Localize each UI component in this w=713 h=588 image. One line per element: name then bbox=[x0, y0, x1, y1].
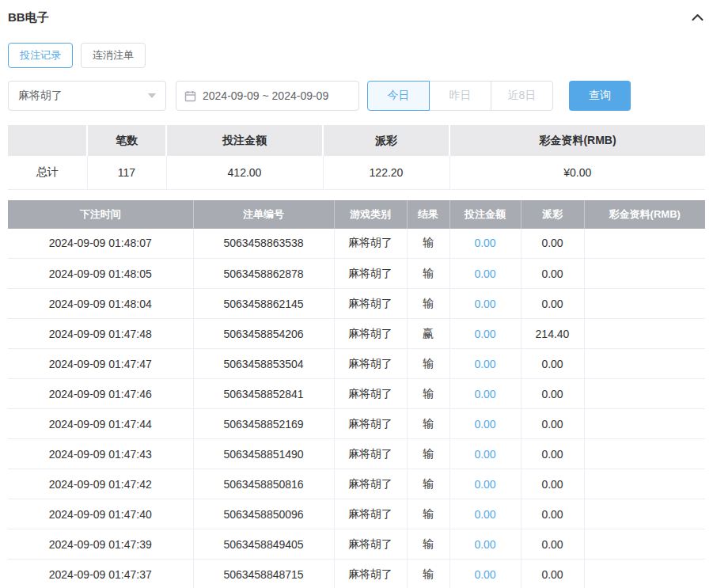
bet-amount-link[interactable]: 0.00 bbox=[474, 328, 495, 340]
cell-result: 输 bbox=[407, 439, 449, 469]
bet-amount-link[interactable]: 0.00 bbox=[474, 237, 495, 249]
cell-bonus bbox=[584, 560, 705, 588]
summary-total-label: 总计 bbox=[8, 156, 87, 189]
cell-bonus bbox=[584, 259, 705, 289]
bet-amount-link[interactable]: 0.00 bbox=[474, 508, 495, 521]
cell-bet-amount: 0.00 bbox=[449, 469, 521, 499]
cell-bonus bbox=[584, 319, 705, 349]
summary-header-count: 笔数 bbox=[87, 125, 166, 156]
cell-game-type: 麻将胡了 bbox=[334, 439, 407, 469]
table-row: 2024-09-09 01:47:40 5063458850096 麻将胡了 输… bbox=[8, 499, 705, 529]
tab-bet-records[interactable]: 投注记录 bbox=[8, 43, 73, 68]
chevron-down-icon bbox=[148, 93, 156, 98]
game-type-select[interactable]: 麻将胡了 bbox=[8, 81, 166, 111]
cell-payout: 0.00 bbox=[521, 259, 584, 289]
cell-bet-time: 2024-09-09 01:47:47 bbox=[8, 349, 193, 379]
cell-payout: 0.00 bbox=[521, 560, 584, 588]
cell-result: 输 bbox=[407, 560, 449, 588]
cell-payout: 0.00 bbox=[521, 349, 584, 379]
cell-bet-amount: 0.00 bbox=[449, 259, 521, 289]
cell-bet-amount: 0.00 bbox=[449, 439, 521, 469]
cell-order-number: 5063458863538 bbox=[193, 229, 334, 259]
cell-order-number: 5063458854206 bbox=[193, 319, 334, 349]
cell-bonus bbox=[584, 529, 705, 560]
header-bet-amount: 投注金额 bbox=[449, 200, 521, 229]
cell-game-type: 麻将胡了 bbox=[334, 529, 407, 560]
cell-result: 输 bbox=[407, 229, 449, 259]
search-button[interactable]: 查询 bbox=[569, 81, 631, 111]
cell-bet-time: 2024-09-09 01:47:40 bbox=[8, 499, 193, 529]
cell-result: 输 bbox=[407, 529, 449, 560]
bet-amount-link[interactable]: 0.00 bbox=[474, 568, 495, 581]
filter-bar: 麻将胡了 2024-09-09 ~ 2024-09-09 今日 昨日 近8日 查… bbox=[8, 81, 705, 111]
cell-bet-amount: 0.00 bbox=[449, 379, 521, 409]
cell-payout: 0.00 bbox=[521, 499, 584, 529]
record-tabs: 投注记录 连消注单 bbox=[8, 43, 705, 68]
cell-bet-time: 2024-09-09 01:47:39 bbox=[8, 529, 193, 560]
table-row: 2024-09-09 01:47:39 5063458849405 麻将胡了 输… bbox=[8, 529, 705, 560]
bet-amount-link[interactable]: 0.00 bbox=[474, 448, 495, 461]
cell-payout: 0.00 bbox=[521, 529, 584, 560]
cell-bet-amount: 0.00 bbox=[449, 229, 521, 259]
summary-header-payout: 派彩 bbox=[323, 125, 449, 156]
summary-total-bonus: ¥0.00 bbox=[449, 156, 705, 189]
bet-amount-link[interactable]: 0.00 bbox=[474, 267, 495, 280]
summary-header-bonus: 彩金资料(RMB) bbox=[449, 125, 705, 156]
table-row: 2024-09-09 01:47:37 5063458848715 麻将胡了 输… bbox=[8, 560, 705, 588]
cell-bet-time: 2024-09-09 01:48:07 bbox=[8, 229, 193, 259]
cell-bet-time: 2024-09-09 01:47:48 bbox=[8, 319, 193, 349]
cell-result: 输 bbox=[407, 379, 449, 409]
bet-amount-link[interactable]: 0.00 bbox=[474, 298, 495, 310]
cell-bonus bbox=[584, 439, 705, 469]
bet-records-panel: BB电子 投注记录 连消注单 麻将胡了 2024-09-09 ~ 2024-09… bbox=[0, 0, 713, 588]
summary-total-payout: 122.20 bbox=[323, 156, 449, 189]
summary-total-row: 总计 117 412.00 122.20 ¥0.00 bbox=[8, 156, 705, 189]
bet-amount-link[interactable]: 0.00 bbox=[474, 478, 495, 491]
table-row: 2024-09-09 01:47:43 5063458851490 麻将胡了 输… bbox=[8, 439, 705, 469]
cell-bet-time: 2024-09-09 01:47:37 bbox=[8, 560, 193, 588]
table-row: 2024-09-09 01:48:04 5063458862145 麻将胡了 输… bbox=[8, 289, 705, 319]
cell-bonus bbox=[584, 229, 705, 259]
cell-game-type: 麻将胡了 bbox=[334, 499, 407, 529]
collapse-button[interactable] bbox=[690, 10, 705, 25]
cell-game-type: 麻将胡了 bbox=[334, 379, 407, 409]
summary-header-blank bbox=[8, 125, 87, 156]
tab-chain-cancel-orders[interactable]: 连消注单 bbox=[81, 43, 146, 68]
cell-order-number: 5063458849405 bbox=[193, 529, 334, 560]
last-8-days-button[interactable]: 近8日 bbox=[491, 81, 553, 111]
bet-amount-link[interactable]: 0.00 bbox=[474, 358, 495, 370]
cell-bonus bbox=[584, 289, 705, 319]
table-row: 2024-09-09 01:47:42 5063458850816 麻将胡了 输… bbox=[8, 469, 705, 499]
header-game-type: 游戏类别 bbox=[334, 200, 407, 229]
cell-bet-amount: 0.00 bbox=[449, 319, 521, 349]
cell-game-type: 麻将胡了 bbox=[334, 560, 407, 588]
table-row: 2024-09-09 01:47:47 5063458853504 麻将胡了 输… bbox=[8, 349, 705, 379]
yesterday-button[interactable]: 昨日 bbox=[429, 81, 491, 111]
cell-bet-amount: 0.00 bbox=[449, 289, 521, 319]
records-header-row: 下注时间 注单编号 游戏类别 结果 投注金额 派彩 彩金资料(RMB) bbox=[8, 200, 705, 229]
cell-game-type: 麻将胡了 bbox=[334, 229, 407, 259]
cell-order-number: 5063458852169 bbox=[193, 409, 334, 439]
cell-game-type: 麻将胡了 bbox=[334, 259, 407, 289]
date-range-input[interactable]: 2024-09-09 ~ 2024-09-09 bbox=[176, 81, 359, 111]
header-result: 结果 bbox=[407, 200, 449, 229]
bet-amount-link[interactable]: 0.00 bbox=[474, 538, 495, 551]
table-row: 2024-09-09 01:47:44 5063458852169 麻将胡了 输… bbox=[8, 409, 705, 439]
cell-bonus bbox=[584, 349, 705, 379]
cell-bet-amount: 0.00 bbox=[449, 529, 521, 560]
cell-game-type: 麻将胡了 bbox=[334, 469, 407, 499]
cell-result: 输 bbox=[407, 349, 449, 379]
header-bet-time: 下注时间 bbox=[8, 200, 193, 229]
bet-amount-link[interactable]: 0.00 bbox=[474, 418, 495, 431]
cell-game-type: 麻将胡了 bbox=[334, 409, 407, 439]
cell-order-number: 5063458853504 bbox=[193, 349, 334, 379]
date-range-value: 2024-09-09 ~ 2024-09-09 bbox=[203, 89, 328, 102]
cell-result: 输 bbox=[407, 469, 449, 499]
today-button[interactable]: 今日 bbox=[367, 81, 430, 111]
summary-header-bet-amount: 投注金额 bbox=[166, 125, 323, 156]
cell-bet-time: 2024-09-09 01:47:44 bbox=[8, 409, 193, 439]
cell-bonus bbox=[584, 499, 705, 529]
bet-amount-link[interactable]: 0.00 bbox=[474, 388, 495, 400]
cell-bet-amount: 0.00 bbox=[449, 560, 521, 588]
cell-bet-time: 2024-09-09 01:47:42 bbox=[8, 469, 193, 499]
